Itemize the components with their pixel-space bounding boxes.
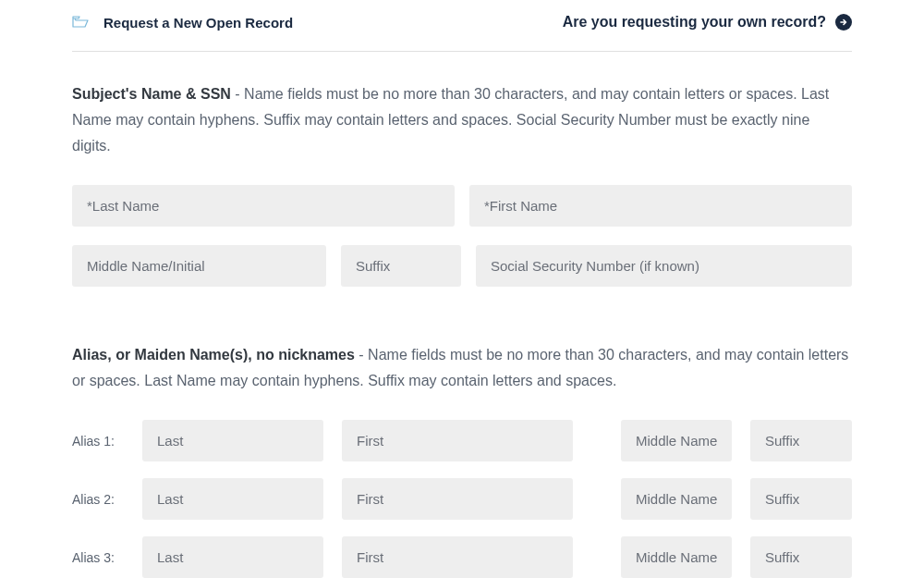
own-record-text: Are you requesting your own record? xyxy=(563,14,826,31)
own-record-link[interactable]: Are you requesting your own record? xyxy=(563,14,852,31)
alias-1-label: Alias 1: xyxy=(72,434,124,449)
alias-row-1: Alias 1: xyxy=(72,420,852,461)
alias-row-2: Alias 2: xyxy=(72,478,852,520)
alias-3-first-field[interactable] xyxy=(342,536,573,578)
alias-row-3: Alias 3: xyxy=(72,536,852,578)
alias-section-heading: Alias, or Maiden Name(s), no nicknames xyxy=(72,347,355,363)
alias-1-suffix-field[interactable] xyxy=(750,420,852,461)
subject-row-1 xyxy=(72,185,852,227)
page-header: Request a New Open Record Are you reques… xyxy=(72,14,852,31)
alias-1-middle-field[interactable] xyxy=(621,420,732,461)
suffix-field[interactable] xyxy=(341,245,461,287)
alias-2-last-field[interactable] xyxy=(142,478,323,520)
last-name-field[interactable] xyxy=(72,185,455,227)
page-title: Request a New Open Record xyxy=(103,15,293,31)
subject-section-intro: Subject's Name & SSN - Name fields must … xyxy=(72,81,852,159)
alias-section-intro: Alias, or Maiden Name(s), no nicknames -… xyxy=(72,342,852,394)
alias-1-first-field[interactable] xyxy=(342,420,573,461)
alias-2-suffix-field[interactable] xyxy=(750,478,852,520)
middle-name-field[interactable] xyxy=(72,245,326,287)
folder-open-icon xyxy=(72,16,89,29)
ssn-field[interactable] xyxy=(476,245,852,287)
first-name-field[interactable] xyxy=(469,185,852,227)
alias-3-suffix-field[interactable] xyxy=(750,536,852,578)
alias-1-last-field[interactable] xyxy=(142,420,323,461)
subject-row-2 xyxy=(72,245,852,287)
alias-2-label: Alias 2: xyxy=(72,492,124,507)
alias-3-middle-field[interactable] xyxy=(621,536,732,578)
divider xyxy=(72,51,852,52)
alias-3-label: Alias 3: xyxy=(72,550,124,565)
alias-2-first-field[interactable] xyxy=(342,478,573,520)
alias-2-middle-field[interactable] xyxy=(621,478,732,520)
alias-3-last-field[interactable] xyxy=(142,536,323,578)
arrow-right-circle-icon xyxy=(835,14,852,31)
header-left: Request a New Open Record xyxy=(72,15,293,31)
subject-section-heading: Subject's Name & SSN xyxy=(72,86,231,102)
